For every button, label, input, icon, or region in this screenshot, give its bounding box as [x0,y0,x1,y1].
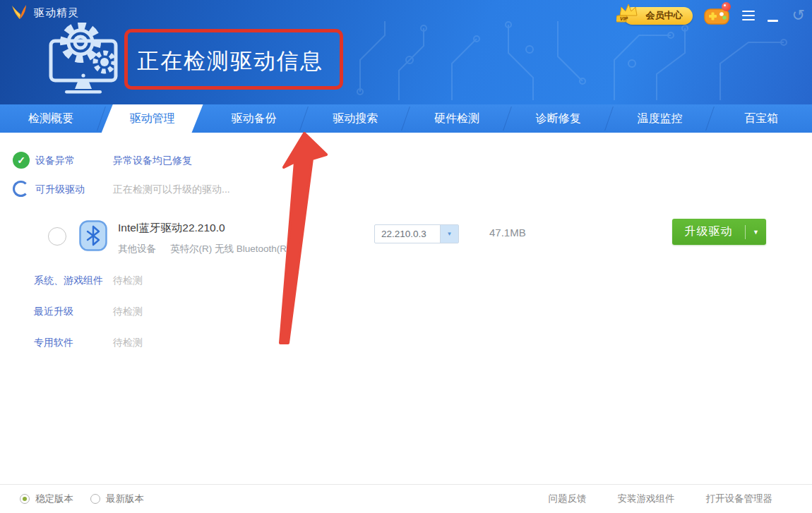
version-radio-group: 稳定版本 最新版本 [20,493,144,505]
driver-device: 英特尔(R) 无线 Bluetooth(R) [170,243,290,255]
driver-name: Intel蓝牙驱动22.210.0 [118,221,225,236]
tab-diagnose-repair[interactable]: 诊断修复 [508,104,609,133]
bluetooth-icon [79,220,107,251]
app-title: 驱动精灵 [34,6,79,20]
footer-bar: 稳定版本 最新版本 问题反馈 安装游戏组件 打开设备管理器 [0,484,812,513]
monitor-gears-icon [44,23,127,97]
menu-button[interactable] [741,8,756,24]
link-install-game-components[interactable]: 安装游戏组件 [618,493,675,505]
radio-stable-version[interactable]: 稳定版本 [20,493,73,505]
version-select[interactable]: 22.210.0.3 ▼ [374,224,459,243]
status-label-device-abnormal: 设备异常 [35,155,75,167]
version-select-value: 22.210.0.3 [375,229,440,239]
category-special-software-status: 待检测 [113,337,143,349]
tab-hardware-detection[interactable]: 硬件检测 [406,104,508,133]
circuit-pattern-decoration [346,21,812,100]
link-open-device-manager[interactable]: 打开设备管理器 [706,493,773,505]
status-detail-upgradable: 正在检测可以升级的驱动... [113,183,230,196]
game-center-button[interactable] [704,4,729,27]
driver-size: 47.1MB [489,227,526,239]
caret-down-icon: ▼ [447,231,453,237]
driver-subinfo: 其他设备 英特尔(R) 无线 Bluetooth(R) [118,243,290,255]
loading-spinner-icon [13,181,29,197]
vip-center-label: 会员中心 [646,9,683,22]
category-recent-upgrade: 最近升级 [34,306,73,318]
driver-select-checkbox[interactable] [48,227,66,246]
driver-category: 其他设备 [118,243,156,255]
page-title: 正在检测驱动信息 [137,47,323,76]
category-system-game: 系统、游戏组件 [34,274,103,287]
upgrade-driver-button[interactable]: 升级驱动 ▼ [672,219,766,245]
tab-driver-management[interactable]: 驱动管理 [102,104,203,133]
vip-center-button[interactable]: VIP 会员中心 [623,7,693,25]
category-special-software: 专用软件 [34,337,73,349]
tab-driver-backup[interactable]: 驱动备份 [203,104,305,133]
app-window: 驱动精灵 VIP 会员中心 [0,0,812,513]
tab-detection-summary[interactable]: 检测概要 [0,104,102,133]
svg-text:VIP: VIP [620,16,628,21]
success-check-icon: ✓ [13,152,30,169]
upgrade-options-caret[interactable]: ▼ [746,229,766,236]
status-detail-device-abnormal: 异常设备均已修复 [113,155,192,167]
tab-driver-search[interactable]: 驱动搜索 [304,104,406,133]
tab-temperature-monitor[interactable]: 温度监控 [609,104,711,133]
upgrade-driver-label: 升级驱动 [672,224,745,239]
undo-icon[interactable]: ↺ [792,8,805,23]
vip-crown-icon: VIP [616,2,639,23]
tab-toolbox[interactable]: 百宝箱 [710,104,812,133]
radio-unselected-icon [90,494,100,504]
version-select-caret: ▼ [440,225,458,243]
status-label-upgradable: 可升级驱动 [35,183,85,196]
radio-latest-version[interactable]: 最新版本 [90,493,144,505]
link-feedback[interactable]: 问题反馈 [549,493,587,505]
notification-dot [722,2,731,11]
radio-selected-icon [20,494,30,504]
minimize-button[interactable] [768,20,778,22]
titlebar: 驱动精灵 VIP 会员中心 [0,0,812,25]
header-area: 驱动精灵 VIP 会员中心 [0,0,812,104]
footer-links: 问题反馈 安装游戏组件 打开设备管理器 [549,493,773,505]
tab-bar: 检测概要 驱动管理 驱动备份 驱动搜索 硬件检测 诊断修复 温度监控 百宝箱 [0,104,812,133]
caret-down-icon: ▼ [753,229,759,236]
category-recent-upgrade-status: 待检测 [113,306,143,318]
window-controls: VIP 会员中心 ↺ [623,3,805,28]
category-system-game-status: 待检测 [113,274,143,287]
app-logo-icon [10,4,28,21]
